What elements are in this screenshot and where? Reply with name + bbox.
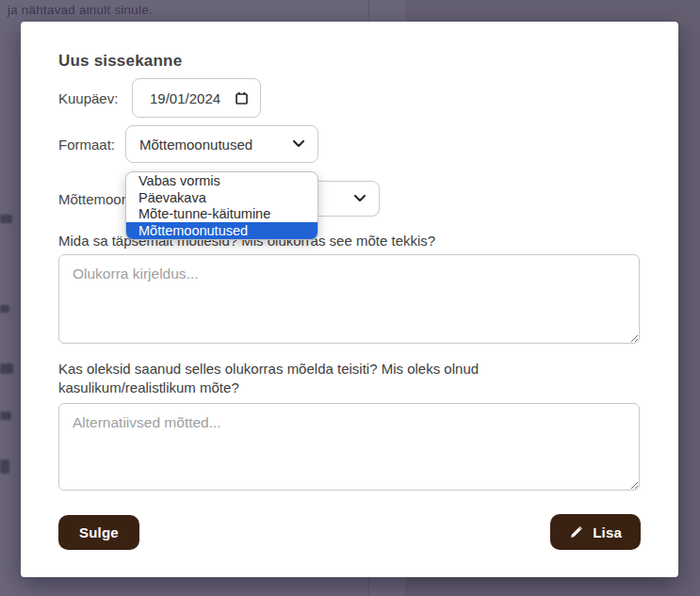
- distortion-label: Mõttemoonutus:: [58, 191, 125, 207]
- pencil-icon: [569, 524, 584, 540]
- format-label: Formaat:: [58, 137, 125, 153]
- background-text-fragment: [0, 411, 11, 420]
- background-text-fragment: [0, 305, 9, 313]
- background-text-fragment: ja nähtavad ainult sinule.: [8, 3, 153, 17]
- modal-footer: Sulge Lisa: [58, 514, 641, 550]
- option-vabas-vormis[interactable]: Vabas vormis: [126, 172, 317, 189]
- add-button-label: Lisa: [593, 524, 622, 540]
- option-mottemoonutused[interactable]: Mõttemoonutused: [126, 222, 317, 239]
- chevron-down-icon: [293, 140, 304, 148]
- background-text-fragment: [0, 215, 12, 223]
- date-label: Kuupäev:: [58, 90, 132, 106]
- calendar-icon[interactable]: [235, 91, 249, 105]
- option-paevakava[interactable]: Päevakava: [126, 189, 317, 206]
- format-selected-value: Mõttemoonutused: [139, 137, 252, 153]
- chevron-down-icon: [354, 195, 366, 202]
- alternative-textarea[interactable]: [58, 403, 640, 491]
- date-input[interactable]: 19/01/2024: [132, 78, 261, 118]
- add-button[interactable]: Lisa: [550, 514, 641, 550]
- background-text-fragment: [0, 363, 13, 374]
- question-alternative: Kas oleksid saanud selles olukorras mõel…: [58, 360, 586, 397]
- background-text-fragment: [0, 459, 9, 474]
- option-mote-tunne-kaitumine[interactable]: Mõte-tunne-käitumine: [126, 206, 317, 223]
- close-button[interactable]: Sulge: [58, 515, 139, 550]
- new-entry-modal: Uus sissekanne Kuupäev: 19/01/2024 Forma…: [21, 22, 678, 577]
- modal-title: Uus sissekanne: [58, 52, 641, 71]
- format-select[interactable]: Mõttemoonutused: [125, 125, 318, 163]
- format-row: Formaat: Mõttemoonutused: [58, 125, 641, 163]
- date-row: Kuupäev: 19/01/2024: [58, 78, 641, 118]
- format-options-dropdown: Vabas vormis Päevakava Mõte-tunne-käitum…: [125, 171, 318, 240]
- date-value: 19/01/2024: [150, 90, 220, 106]
- situation-textarea[interactable]: [58, 254, 640, 344]
